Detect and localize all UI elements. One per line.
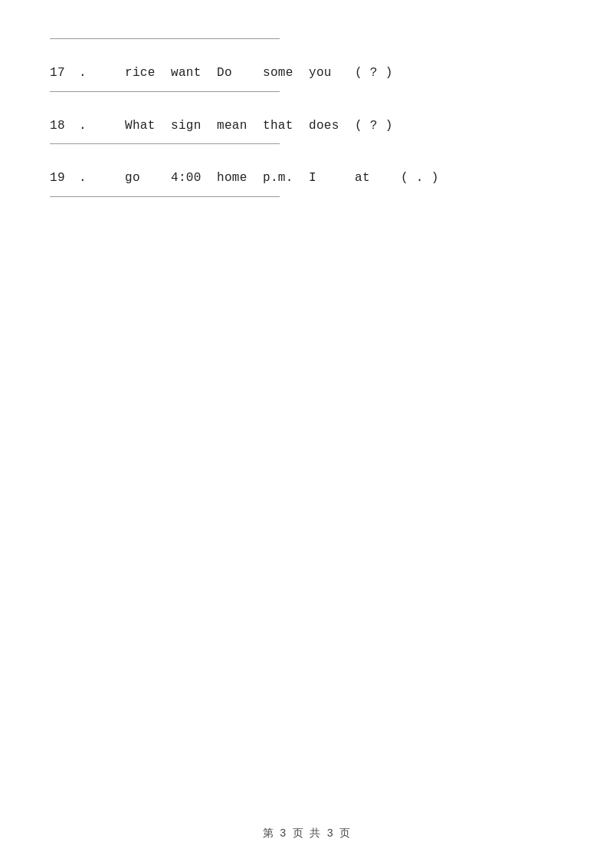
q18-word-0: What (125, 117, 171, 136)
q18-word-4: does (309, 117, 355, 136)
q19-punct: ( . ) (401, 169, 447, 189)
q17-punct: ( ? ) (355, 64, 401, 84)
q19-word-4: I (309, 169, 355, 189)
top-answer-line (50, 38, 280, 39)
question-18-block: 18 . What sign mean that does ( ? ) (50, 117, 563, 145)
q19-word-5: at (355, 169, 401, 189)
q19-word-1: 4:00 (171, 169, 217, 189)
q19-word-3: p.m. (263, 169, 309, 189)
q17-number: 17 (50, 64, 79, 84)
q18-answer-line (50, 143, 280, 144)
q17-word-3: Do (217, 64, 263, 84)
question-17-block: 17 . rice want Do some you ( ? ) (50, 64, 563, 92)
q18-word-1: sign (171, 117, 217, 136)
question-18-row: 18 . What sign mean that does ( ? ) (50, 117, 563, 136)
q19-number: 19 (50, 169, 79, 189)
q17-word-1: rice (125, 64, 171, 84)
q19-word-2: home (217, 169, 263, 189)
q17-word-4: some (263, 64, 309, 84)
question-17-row: 17 . rice want Do some you ( ? ) (50, 64, 563, 84)
q18-punct: ( ? ) (355, 117, 401, 136)
q17-word-0: . (79, 64, 125, 84)
question-19-block: 19 . go 4:00 home p.m. I at ( . ) (50, 169, 563, 197)
q17-answer-line (50, 91, 280, 92)
page-footer: 第 3 页 共 3 页 (0, 827, 613, 840)
page-content: 17 . rice want Do some you ( ? ) 18 . Wh… (0, 0, 613, 265)
q19-word-0: go (125, 169, 171, 189)
q18-number: 18 (50, 117, 79, 136)
q18-word-3: that (263, 117, 309, 136)
q18-dot: . (79, 117, 125, 136)
q17-word-5: you (309, 64, 355, 84)
q19-dot: . (79, 169, 125, 189)
footer-text: 第 3 页 共 3 页 (263, 827, 351, 840)
q17-word-2: want (171, 64, 217, 84)
question-19-row: 19 . go 4:00 home p.m. I at ( . ) (50, 169, 563, 189)
q19-answer-line (50, 196, 280, 197)
q18-word-2: mean (217, 117, 263, 136)
